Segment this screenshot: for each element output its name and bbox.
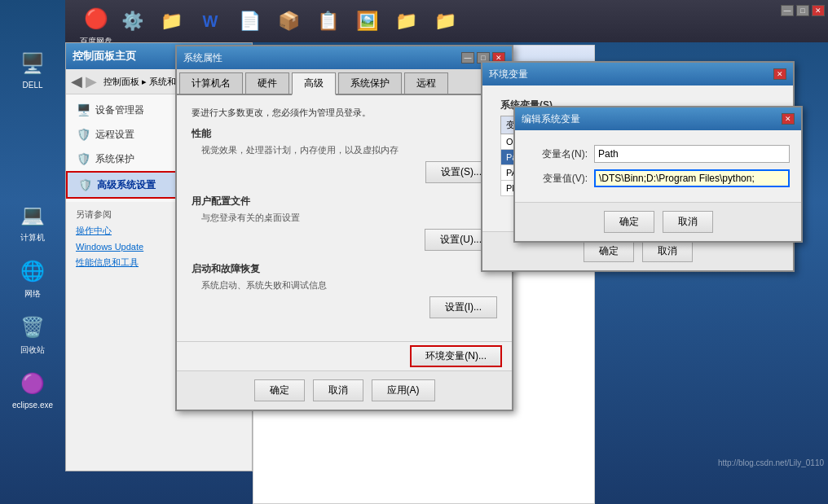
editvar-name-label: 变量名(N): — [526, 147, 588, 161]
tab-sysprotect[interactable]: 系统保护 — [338, 72, 402, 94]
editvar-name-row: 变量名(N): — [526, 145, 790, 163]
sysprotect-icon: 🛡️ — [76, 151, 90, 166]
desktop-icon-network[interactable]: 🌐 网络 — [8, 256, 57, 300]
perf-btn-row: 设置(S)... — [192, 161, 497, 183]
desktop-icon-computer[interactable]: 💻 计算机 — [8, 200, 57, 243]
startup-section: 启动和故障恢复 系统启动、系统失败和调试信息 设置(I)... — [192, 262, 497, 318]
taskbar-icon-doc[interactable]: 📄 — [231, 3, 267, 39]
desktop-icon-recycle[interactable]: 🗑️ 回收站 — [8, 313, 57, 356]
device-mgr-icon: 🖥️ — [76, 103, 90, 117]
taskbar-icon-img[interactable]: 🖼️ — [349, 3, 385, 39]
sysprop-min-btn[interactable]: — — [461, 52, 474, 64]
window-controls: — □ ✕ — [781, 5, 825, 16]
editvar-dialog: 编辑系统变量 ✕ 变量名(N): 变量值(V): 确定 取消 — [513, 106, 803, 243]
user-section: 用户配置文件 与您登录有关的桌面设置 设置(U)... — [192, 195, 497, 251]
env-variables-btn[interactable]: 环境变量(N)... — [410, 345, 502, 367]
sysprop-tabs: 计算机名 硬件 高级 系统保护 远程 — [177, 69, 512, 95]
desktop: 🔴 百度网盘 ⚙️ 📁 W 📄 📦 📋 🖼️ 📁 📁 — □ ✕ 🖥️ DELL — [0, 0, 828, 504]
env-cancel-btn[interactable]: 取消 — [642, 240, 693, 262]
taskbar-icon-clip[interactable]: 📋 — [310, 3, 346, 39]
remote-icon: 🛡️ — [76, 127, 90, 142]
user-btn-row: 设置(U)... — [192, 229, 497, 251]
watermark: http://blog.csdn.net/Lily_0110 — [718, 458, 824, 467]
sysprop-bottom-btns: 确定 取消 应用(A) — [177, 370, 512, 410]
taskbar-icon-word[interactable]: W — [192, 3, 228, 39]
desktop-icon-eclipse[interactable]: 🟣 eclipse.exe — [8, 369, 57, 410]
editvar-val-input[interactable] — [594, 169, 790, 187]
sysprop-dialog: 系统属性 — □ ✕ 计算机名 硬件 高级 系统保护 远程 要进行大多数更改，您… — [175, 45, 513, 411]
sysprop-apply-btn[interactable]: 应用(A) — [372, 379, 435, 401]
env-btn-row: 环境变量(N)... — [177, 341, 512, 370]
taskbar-icon-pkg[interactable]: 📦 — [271, 3, 306, 39]
editvar-content: 变量名(N): 变量值(V): — [515, 130, 801, 202]
tab-remote[interactable]: 远程 — [404, 72, 448, 94]
tab-advanced[interactable]: 高级 — [292, 72, 336, 95]
sysprop-ok-btn[interactable]: 确定 — [254, 379, 305, 401]
sysprop-content: 要进行大多数更改，您必须作为管理员登录。 性能 视觉效果，处理器计划，内存使用，… — [177, 95, 512, 341]
startup-btn-row: 设置(I)... — [192, 296, 497, 318]
editvar-val-label: 变量值(V): — [526, 172, 588, 186]
taskbar-top: 🔴 百度网盘 ⚙️ 📁 W 📄 📦 📋 🖼️ 📁 📁 — □ ✕ — [65, 0, 828, 42]
minimize-btn[interactable]: — — [781, 5, 794, 16]
advanced-icon: 🛡️ — [77, 177, 92, 192]
perf-section: 性能 视觉效果，处理器计划，内存使用，以及虚拟内存 设置(S)... — [192, 127, 497, 183]
taskbar-app-icons: ⚙️ 📁 W 📄 📦 📋 🖼️ 📁 📁 — [114, 3, 463, 39]
startup-settings-btn[interactable]: 设置(I)... — [429, 296, 497, 318]
editvar-val-row: 变量值(V): — [526, 169, 790, 187]
baidu-disk-icon[interactable]: 🔴 百度网盘 — [72, 4, 121, 47]
taskbar-icon-folder3[interactable]: 📁 — [427, 3, 463, 39]
maximize-btn[interactable]: □ — [796, 5, 809, 16]
env-ok-btn[interactable]: 确定 — [584, 240, 634, 262]
sysprop-title-bar: 系统属性 — □ ✕ — [177, 46, 512, 69]
editvar-bottom-btns: 确定 取消 — [515, 202, 801, 241]
desktop-icons-col: 🖥️ DELL 💻 计算机 🌐 网络 🗑️ 回收站 🟣 eclipse.exe — [8, 49, 57, 410]
taskbar-icon-folder[interactable]: 📁 — [153, 3, 189, 39]
tab-computername[interactable]: 计算机名 — [179, 72, 243, 94]
desktop-icon-dell[interactable]: 🖥️ DELL — [8, 49, 57, 90]
editvar-cancel-btn[interactable]: 取消 — [663, 211, 713, 233]
back-arrow-icon[interactable]: ◀ — [71, 72, 82, 90]
env-title-bar: 环境变量 ✕ — [482, 63, 793, 85]
editvar-title-bar: 编辑系统变量 ✕ — [515, 107, 801, 130]
editvar-name-input[interactable] — [594, 145, 790, 163]
taskbar-icon-folder2[interactable]: 📁 — [388, 3, 424, 39]
forward-arrow-icon[interactable]: ▶ — [86, 72, 97, 90]
editvar-ok-btn[interactable]: 确定 — [604, 211, 654, 233]
editvar-close-btn[interactable]: ✕ — [782, 113, 795, 125]
close-btn[interactable]: ✕ — [812, 5, 825, 16]
sysprop-cancel-btn[interactable]: 取消 — [313, 379, 363, 401]
env-close-btn[interactable]: ✕ — [773, 68, 786, 80]
tab-hardware[interactable]: 硬件 — [245, 72, 289, 94]
admin-note: 要进行大多数更改，您必须作为管理员登录。 — [192, 107, 497, 119]
